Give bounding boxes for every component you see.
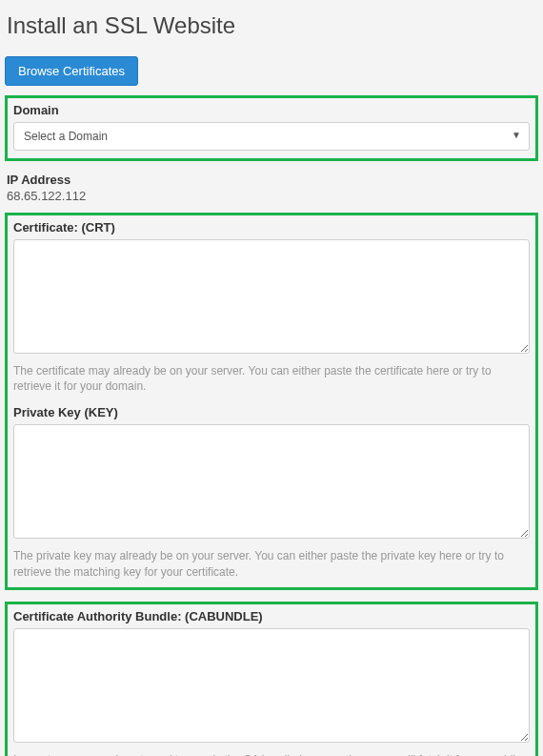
crt-label: Certificate: (CRT): [13, 220, 530, 235]
browse-certificates-button[interactable]: Browse Certificates: [5, 56, 138, 86]
key-label: Private Key (KEY): [13, 405, 530, 419]
cabundle-textarea[interactable]: [13, 628, 530, 743]
ip-address-value: 68.65.122.112: [7, 189, 538, 203]
cabundle-group: Certificate Authority Bundle: (CABUNDLE)…: [5, 602, 538, 756]
crt-helper: The certificate may already be on your s…: [13, 363, 530, 394]
certificate-key-group: Certificate: (CRT) The certificate may a…: [5, 213, 538, 590]
crt-textarea[interactable]: [13, 239, 530, 354]
cabundle-label: Certificate Authority Bundle: (CABUNDLE): [13, 609, 530, 623]
domain-select[interactable]: Select a Domain: [14, 123, 529, 150]
page-title: Install an SSL Website: [7, 12, 538, 39]
domain-select-wrap: Select a Domain ▼: [13, 122, 530, 151]
domain-label: Domain: [13, 103, 530, 117]
ip-address-label: IP Address: [7, 173, 538, 187]
cabundle-helper: In most cases, you do not need to supply…: [13, 752, 530, 756]
key-helper: The private key may already be on your s…: [13, 548, 530, 579]
domain-group: Domain Select a Domain ▼: [5, 95, 538, 161]
key-textarea[interactable]: [13, 424, 530, 539]
